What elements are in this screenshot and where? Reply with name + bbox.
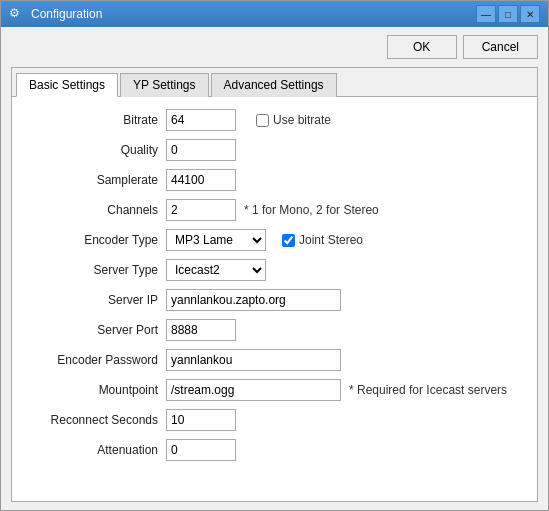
server-type-select[interactable]: Icecast2 Shoutcast bbox=[166, 259, 266, 281]
server-ip-label: Server IP bbox=[28, 293, 158, 307]
bitrate-input[interactable] bbox=[166, 109, 236, 131]
server-port-row: Server Port bbox=[28, 319, 521, 341]
use-bitrate-group: Use bitrate bbox=[256, 113, 331, 127]
server-type-row: Server Type Icecast2 Shoutcast bbox=[28, 259, 521, 281]
quality-row: Quality bbox=[28, 139, 521, 161]
reconnect-seconds-input[interactable] bbox=[166, 409, 236, 431]
content-area: OK Cancel Basic Settings YP Settings Adv… bbox=[1, 27, 548, 510]
window-title: Configuration bbox=[31, 7, 102, 21]
server-ip-row: Server IP bbox=[28, 289, 521, 311]
reconnect-seconds-label: Reconnect Seconds bbox=[28, 413, 158, 427]
channels-input[interactable] bbox=[166, 199, 236, 221]
encoder-password-row: Encoder Password bbox=[28, 349, 521, 371]
channels-label: Channels bbox=[28, 203, 158, 217]
joint-stereo-group: Joint Stereo bbox=[282, 233, 363, 247]
tab-content-basic: Bitrate Use bitrate Quality Samplerate bbox=[12, 97, 537, 501]
title-buttons: — □ ✕ bbox=[476, 5, 540, 23]
tab-yp-settings[interactable]: YP Settings bbox=[120, 73, 208, 97]
use-bitrate-checkbox[interactable] bbox=[256, 114, 269, 127]
mountpoint-label: Mountpoint bbox=[28, 383, 158, 397]
samplerate-label: Samplerate bbox=[28, 173, 158, 187]
tab-container: Basic Settings YP Settings Advanced Sett… bbox=[11, 67, 538, 502]
server-port-input[interactable] bbox=[166, 319, 236, 341]
cancel-button[interactable]: Cancel bbox=[463, 35, 538, 59]
tab-basic-settings[interactable]: Basic Settings bbox=[16, 73, 118, 97]
encoder-type-label: Encoder Type bbox=[28, 233, 158, 247]
close-button[interactable]: ✕ bbox=[520, 5, 540, 23]
attenuation-label: Attenuation bbox=[28, 443, 158, 457]
title-bar: ⚙ Configuration — □ ✕ bbox=[1, 1, 548, 27]
use-bitrate-label: Use bitrate bbox=[273, 113, 331, 127]
attenuation-row: Attenuation bbox=[28, 439, 521, 461]
joint-stereo-label: Joint Stereo bbox=[299, 233, 363, 247]
restore-button[interactable]: □ bbox=[498, 5, 518, 23]
tab-advanced-settings[interactable]: Advanced Settings bbox=[211, 73, 337, 97]
bitrate-label: Bitrate bbox=[28, 113, 158, 127]
encoder-type-row: Encoder Type MP3 Lame AAC OGG Vorbis Joi… bbox=[28, 229, 521, 251]
ok-button[interactable]: OK bbox=[387, 35, 457, 59]
encoder-password-label: Encoder Password bbox=[28, 353, 158, 367]
encoder-type-select[interactable]: MP3 Lame AAC OGG Vorbis bbox=[166, 229, 266, 251]
server-ip-input[interactable] bbox=[166, 289, 341, 311]
reconnect-seconds-row: Reconnect Seconds bbox=[28, 409, 521, 431]
title-bar-left: ⚙ Configuration bbox=[9, 6, 102, 22]
server-type-label: Server Type bbox=[28, 263, 158, 277]
quality-label: Quality bbox=[28, 143, 158, 157]
samplerate-input[interactable] bbox=[166, 169, 236, 191]
samplerate-row: Samplerate bbox=[28, 169, 521, 191]
top-buttons: OK Cancel bbox=[11, 35, 538, 59]
app-icon: ⚙ bbox=[9, 6, 25, 22]
main-window: ⚙ Configuration — □ ✕ OK Cancel Basic Se… bbox=[0, 0, 549, 511]
attenuation-input[interactable] bbox=[166, 439, 236, 461]
mountpoint-row: Mountpoint * Required for Icecast server… bbox=[28, 379, 521, 401]
server-port-label: Server Port bbox=[28, 323, 158, 337]
mountpoint-input[interactable] bbox=[166, 379, 341, 401]
channels-row: Channels * 1 for Mono, 2 for Stereo bbox=[28, 199, 521, 221]
tabs-bar: Basic Settings YP Settings Advanced Sett… bbox=[12, 68, 537, 97]
mountpoint-hint: * Required for Icecast servers bbox=[349, 383, 507, 397]
channels-hint: * 1 for Mono, 2 for Stereo bbox=[244, 203, 379, 217]
joint-stereo-checkbox[interactable] bbox=[282, 234, 295, 247]
encoder-password-input[interactable] bbox=[166, 349, 341, 371]
minimize-button[interactable]: — bbox=[476, 5, 496, 23]
quality-input[interactable] bbox=[166, 139, 236, 161]
bitrate-row: Bitrate Use bitrate bbox=[28, 109, 521, 131]
